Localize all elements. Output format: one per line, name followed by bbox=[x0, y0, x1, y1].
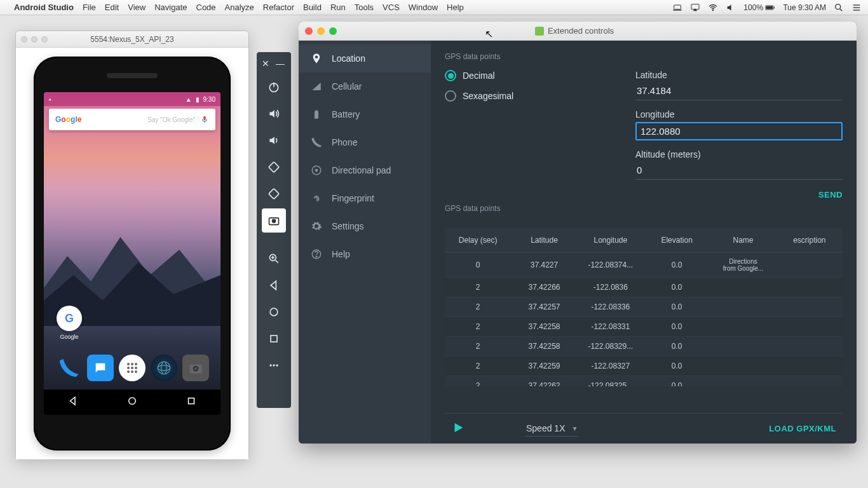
power-button[interactable] bbox=[262, 75, 286, 99]
table-row[interactable]: 037.4227-122.08374...0.0Directions from … bbox=[445, 253, 843, 278]
speed-select[interactable]: Speed 1X▼ bbox=[525, 421, 579, 437]
sidebar-item-cellular[interactable]: Cellular bbox=[299, 72, 431, 100]
menu-vcs[interactable]: VCS bbox=[383, 3, 400, 12]
volume-icon[interactable] bbox=[726, 3, 736, 13]
zoom-icon[interactable] bbox=[329, 27, 337, 35]
table-row[interactable]: 237.42258-122.08329...0.0 bbox=[445, 337, 843, 356]
menu-build[interactable]: Build bbox=[303, 3, 322, 12]
dialer-icon[interactable] bbox=[55, 355, 82, 381]
screenshot-button[interactable] bbox=[262, 208, 286, 233]
send-button[interactable]: SEND bbox=[818, 190, 843, 200]
svg-line-45 bbox=[276, 261, 278, 263]
load-gpx-button[interactable]: LOAD GPX/KML bbox=[769, 424, 836, 433]
table-row[interactable]: 237.42258-122.083310.0 bbox=[445, 317, 843, 337]
battery-text: 100% bbox=[743, 3, 763, 12]
traffic-lights[interactable] bbox=[305, 27, 337, 35]
rotate-left-button[interactable] bbox=[262, 155, 286, 179]
nav-recents-button[interactable] bbox=[262, 327, 286, 351]
location-icon bbox=[310, 52, 323, 65]
th-elev[interactable]: Elevation bbox=[644, 228, 710, 253]
longitude-input[interactable] bbox=[635, 122, 843, 140]
messenger-icon[interactable] bbox=[87, 355, 114, 381]
cell-lon: -122.0836 bbox=[578, 278, 644, 297]
sidebar-item-help[interactable]: Help bbox=[299, 240, 431, 268]
menu-navigate[interactable]: Navigate bbox=[154, 3, 187, 12]
google-app-shortcut[interactable]: G Google bbox=[57, 306, 82, 340]
minimize-icon[interactable] bbox=[317, 27, 325, 35]
battery-status[interactable]: 100% bbox=[743, 3, 775, 13]
th-lat[interactable]: Latitude bbox=[511, 228, 577, 253]
menu-run[interactable]: Run bbox=[330, 3, 346, 12]
browser-icon[interactable] bbox=[151, 355, 177, 381]
recents-button[interactable] bbox=[186, 395, 197, 409]
sidebar-item-settings[interactable]: Settings bbox=[299, 212, 431, 240]
altitude-input[interactable] bbox=[635, 162, 843, 180]
menu-help[interactable]: Help bbox=[447, 3, 464, 12]
google-search-bar[interactable]: Google Say "Ok Google" bbox=[49, 109, 215, 130]
menu-refactor[interactable]: Refactor bbox=[263, 3, 294, 12]
sidebar-item-battery[interactable]: Battery bbox=[299, 100, 431, 128]
cell-delay: 2 bbox=[445, 356, 511, 376]
play-button[interactable] bbox=[451, 421, 465, 437]
home-button[interactable] bbox=[126, 395, 138, 409]
mic-icon[interactable] bbox=[200, 115, 209, 124]
table-row[interactable]: 237.42259-122.083270.0 bbox=[445, 356, 843, 376]
cell-lon: -122.08336 bbox=[578, 297, 644, 317]
spotlight-icon[interactable] bbox=[834, 3, 844, 13]
th-lon[interactable]: Longitude bbox=[578, 228, 644, 253]
phone-screen[interactable]: ▪ ▲ ▮ 9:30 Google Say "Ok Google" G bbox=[44, 92, 220, 415]
menu-tools[interactable]: Tools bbox=[355, 3, 374, 12]
svg-marker-5 bbox=[728, 4, 731, 10]
menu-edit[interactable]: Edit bbox=[105, 3, 119, 12]
zoom-button[interactable] bbox=[262, 247, 286, 271]
notification-center-icon[interactable] bbox=[851, 3, 862, 13]
volume-up-button[interactable] bbox=[262, 102, 286, 126]
toolbar-minimize-icon[interactable]: — bbox=[276, 58, 285, 69]
sidebar-item-phone[interactable]: Phone bbox=[299, 128, 431, 156]
svg-point-19 bbox=[131, 363, 133, 365]
back-button[interactable] bbox=[67, 395, 79, 409]
airplay-icon[interactable] bbox=[690, 3, 700, 13]
sidebar-item-fingerprint[interactable]: Fingerprint bbox=[299, 184, 431, 212]
table-row[interactable]: 237.42266-122.08360.0 bbox=[445, 278, 843, 297]
wifi-icon[interactable] bbox=[708, 3, 718, 13]
sidebar-item-location[interactable]: Location bbox=[299, 44, 431, 72]
th-name[interactable]: Name bbox=[710, 228, 776, 253]
th-delay[interactable]: Delay (sec) bbox=[445, 228, 511, 253]
nav-home-button[interactable] bbox=[262, 300, 286, 324]
cell-delay: 2 bbox=[445, 317, 511, 337]
cell-delay: 2 bbox=[445, 297, 511, 317]
menu-analyze[interactable]: Analyze bbox=[225, 3, 254, 12]
table-row[interactable]: 237.42262-122.08325...0.0 bbox=[445, 376, 843, 386]
menubar-clock[interactable]: Tue 9:30 AM bbox=[783, 3, 826, 12]
radio-decimal[interactable]: Decimal bbox=[445, 70, 610, 81]
app-drawer-icon[interactable] bbox=[119, 355, 146, 381]
sidebar-item-dpad[interactable]: Directional pad bbox=[299, 156, 431, 184]
volume-down-button[interactable] bbox=[262, 128, 286, 152]
cell-desc bbox=[776, 356, 843, 376]
menubar-app-name[interactable]: Android Studio bbox=[14, 3, 74, 12]
nav-back-button[interactable] bbox=[262, 273, 286, 297]
menu-view[interactable]: View bbox=[128, 3, 146, 12]
gps-bottom-bar: Speed 1X▼ LOAD GPX/KML bbox=[445, 413, 843, 444]
more-button[interactable] bbox=[262, 353, 286, 377]
emulator-titlebar[interactable]: 5554:Nexus_5X_API_23 bbox=[16, 31, 248, 48]
extended-titlebar[interactable]: Extended controls bbox=[299, 22, 857, 41]
rotate-right-button[interactable] bbox=[262, 182, 286, 206]
menu-code[interactable]: Code bbox=[196, 3, 216, 12]
toolbar-close-icon[interactable]: ✕ bbox=[262, 58, 269, 69]
radio-sexagesimal[interactable]: Sexagesimal bbox=[445, 90, 610, 102]
menu-file[interactable]: File bbox=[83, 3, 96, 12]
table-row[interactable]: 237.42257-122.083360.0 bbox=[445, 297, 843, 317]
th-desc[interactable]: escription bbox=[776, 228, 843, 253]
android-dock bbox=[44, 349, 220, 387]
tray-icon[interactable] bbox=[672, 3, 682, 13]
camera-icon[interactable] bbox=[182, 355, 209, 381]
menu-window[interactable]: Window bbox=[409, 3, 438, 12]
phone-speaker-icon bbox=[107, 73, 158, 78]
android-navbar bbox=[44, 390, 220, 415]
cell-lat: 37.42262 bbox=[511, 376, 577, 386]
latitude-input[interactable] bbox=[635, 83, 843, 100]
close-icon[interactable] bbox=[305, 27, 313, 35]
emulator-traffic-lights[interactable] bbox=[21, 36, 48, 43]
